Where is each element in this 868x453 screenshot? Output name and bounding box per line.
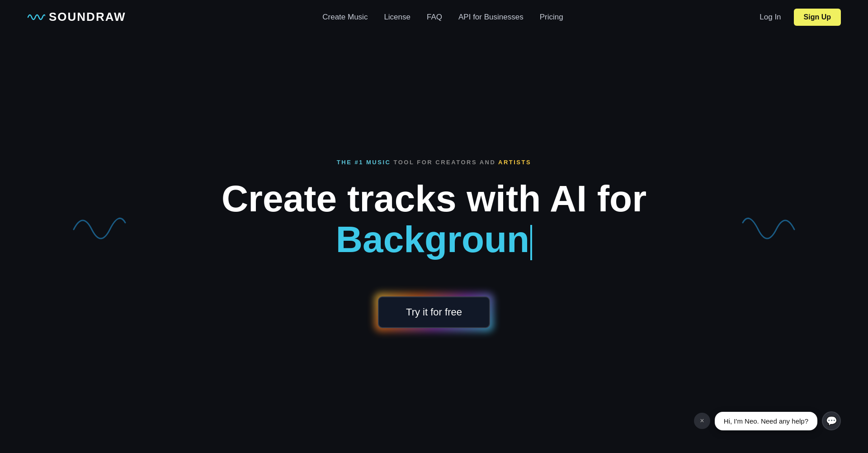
nav-license[interactable]: License bbox=[384, 13, 410, 22]
hero-section: THE #1 MUSIC TOOL FOR CREATORS AND ARTIS… bbox=[0, 34, 868, 453]
cursor-blink bbox=[530, 225, 532, 260]
wave-decoration-left bbox=[70, 205, 129, 241]
chat-avatar[interactable]: 💬 bbox=[822, 411, 841, 430]
subtitle-and: AND bbox=[480, 159, 498, 166]
chat-widget: × Hi, I'm Neo. Need any help? 💬 bbox=[694, 411, 841, 430]
nav-api[interactable]: API for Businesses bbox=[458, 13, 524, 22]
wave-decoration-right bbox=[739, 205, 798, 241]
nav-pricing[interactable]: Pricing bbox=[540, 13, 563, 22]
nav-faq[interactable]: FAQ bbox=[427, 13, 442, 22]
soundraw-logo-icon bbox=[27, 9, 45, 25]
logo-text: SOUNDRAW bbox=[49, 10, 126, 24]
chat-avatar-icon: 💬 bbox=[826, 415, 837, 426]
subtitle-artists: ARTISTS bbox=[498, 159, 531, 166]
navbar: SOUNDRAW Create Music License FAQ API fo… bbox=[0, 0, 868, 34]
login-link[interactable]: Log In bbox=[760, 13, 781, 22]
signup-button[interactable]: Sign Up bbox=[794, 9, 841, 26]
nav-actions: Log In Sign Up bbox=[760, 9, 841, 26]
hero-title-line2: Backgroun bbox=[336, 219, 532, 260]
chat-message: Hi, I'm Neo. Need any help? bbox=[715, 412, 817, 430]
subtitle-the: THE #1 MUSIC bbox=[337, 159, 391, 166]
nav-create-music[interactable]: Create Music bbox=[322, 13, 368, 22]
hero-title-line1: Create tracks with AI for bbox=[222, 178, 646, 219]
logo[interactable]: SOUNDRAW bbox=[27, 9, 126, 25]
subtitle-creators: CREATORS bbox=[435, 159, 479, 166]
hero-animated-text: Backgroun bbox=[336, 219, 529, 260]
cta-wrapper: Try it for free bbox=[378, 296, 490, 328]
try-free-button[interactable]: Try it for free bbox=[378, 296, 490, 328]
nav-links: Create Music License FAQ API for Busines… bbox=[322, 13, 563, 22]
subtitle-tool-for: TOOL FOR bbox=[394, 159, 436, 166]
chat-close-button[interactable]: × bbox=[694, 413, 710, 429]
hero-subtitle: THE #1 MUSIC TOOL FOR CREATORS AND ARTIS… bbox=[337, 159, 531, 166]
